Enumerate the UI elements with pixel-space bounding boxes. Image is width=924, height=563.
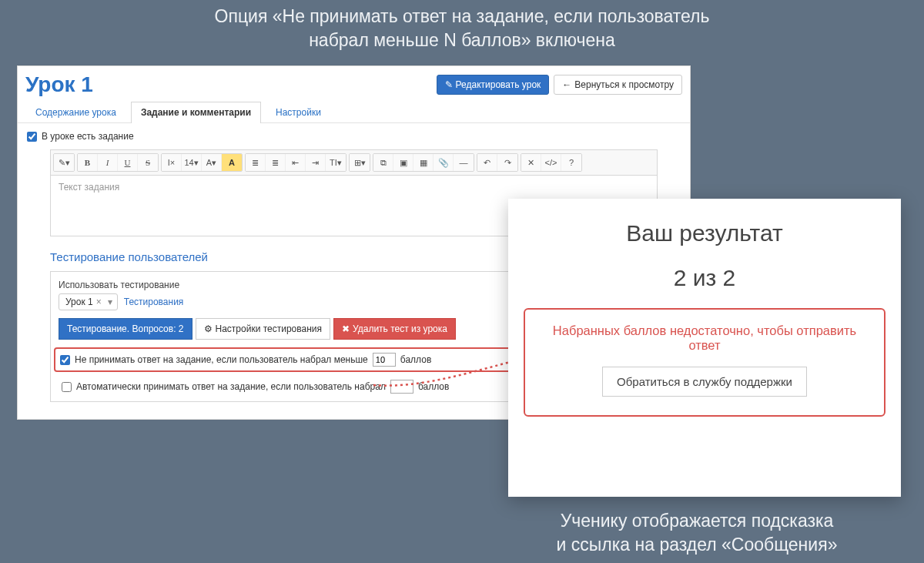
auto-accept-threshold-input[interactable] [390, 380, 413, 394]
result-score: 2 из 2 [674, 265, 736, 291]
lesson-title: Урок 1 [25, 72, 93, 97]
tb-ol-icon[interactable]: ≣ [266, 154, 286, 171]
tb-outdent-icon[interactable]: ⇤ [286, 154, 306, 171]
testing-settings-pill[interactable]: ⚙ Настройки тестирования [196, 318, 331, 340]
back-to-view-button[interactable]: ← Вернуться к просмотру [554, 75, 682, 95]
tb-fullscreen-icon[interactable]: ✕ [521, 154, 541, 171]
tb-ul-icon[interactable]: ≣ [246, 154, 266, 171]
edit-lesson-button[interactable]: ✎ Редактировать урок [437, 75, 550, 95]
has-task-label: В уроке есть задание [42, 131, 134, 142]
caption-top-line2: набрал меньше N баллов» включена [309, 30, 615, 50]
reject-option-checkbox[interactable] [60, 355, 70, 365]
tb-fontsize-icon[interactable]: 14▾ [182, 154, 202, 171]
caption-bottom-line1: Ученику отображается подсказка [561, 511, 834, 531]
tb-italic-icon[interactable]: I [98, 154, 118, 171]
auto-accept-label-pre: Автоматически принимать ответ на задание… [76, 381, 386, 392]
tb-help-icon[interactable]: ? [561, 154, 581, 171]
tb-format-icon[interactable]: ✎▾ [54, 154, 74, 171]
result-title: Ваш результат [626, 220, 783, 246]
trash-icon: ✖ [342, 323, 350, 334]
back-icon: ← [562, 79, 571, 90]
tab-settings[interactable]: Настройки [266, 102, 331, 122]
editor-toolbar: ✎▾ B I U S I× 14▾ A▾ A ≣ ≣ ⇤ ⇥ [51, 150, 657, 176]
caption-top: Опция «Не принимать ответ на задание, ес… [0, 5, 924, 52]
result-warning-box: Набранных баллов недостаточно, чтобы отп… [524, 308, 886, 417]
tb-attach-icon[interactable]: 📎 [434, 154, 454, 171]
tb-indent-icon[interactable]: ⇥ [306, 154, 326, 171]
tab-content[interactable]: Содержание урока [25, 102, 126, 122]
reject-option-label-post: баллов [400, 354, 431, 365]
tb-underline-icon[interactable]: U [118, 154, 138, 171]
delete-test-label: Удалить тест из урока [353, 323, 447, 334]
testing-token-remove-icon[interactable]: × [96, 297, 102, 307]
tb-link-icon[interactable]: ⧉ [373, 154, 393, 171]
edit-lesson-label: Редактировать урок [456, 79, 541, 90]
reject-option-label-pre: Не принимать ответ на задание, если поль… [75, 354, 368, 365]
reject-threshold-input[interactable] [373, 353, 396, 367]
edit-icon: ✎ [445, 79, 453, 90]
testing-settings-label: Настройки тестирования [216, 323, 323, 334]
caption-bottom-line2: и ссылка на раздел «Сообщения» [557, 535, 838, 555]
tab-task[interactable]: Задание и комментарии [131, 102, 261, 123]
tb-redo-icon[interactable]: ↷ [497, 154, 517, 171]
testing-token-label: Урок 1 [65, 297, 93, 307]
chevron-down-icon[interactable]: ▾ [108, 297, 112, 307]
panel-header: Урок 1 ✎ Редактировать урок ← Вернуться … [18, 66, 690, 97]
header-buttons: ✎ Редактировать урок ← Вернуться к просм… [437, 75, 682, 95]
contact-support-button[interactable]: Обратиться в службу поддержки [602, 367, 807, 397]
testing-link[interactable]: Тестирования [124, 297, 184, 307]
tabs: Содержание урока Задание и комментарии Н… [18, 97, 690, 123]
result-panel: Ваш результат 2 из 2 Набранных баллов не… [508, 199, 901, 497]
result-warning-text: Набранных баллов недостаточно, чтобы отп… [539, 323, 870, 353]
tb-video-icon[interactable]: ▦ [413, 154, 434, 171]
tb-hr-icon[interactable]: — [454, 154, 474, 171]
auto-accept-checkbox[interactable] [62, 382, 72, 392]
tb-code-icon[interactable]: </> [541, 154, 561, 171]
tb-strike-icon[interactable]: S [138, 154, 158, 171]
tb-clearformat-icon[interactable]: I× [162, 154, 182, 171]
caption-bottom: Ученику отображается подсказка и ссылка … [493, 509, 901, 557]
tb-fontcolor-icon[interactable]: A▾ [202, 154, 222, 171]
caption-top-line1: Опция «Не принимать ответ на задание, ес… [215, 6, 710, 26]
tb-highlight-icon[interactable]: A [222, 154, 242, 171]
delete-test-pill[interactable]: ✖ Удалить тест из урока [333, 318, 456, 340]
tb-image-icon[interactable]: ▣ [393, 154, 413, 171]
back-to-view-label: Вернуться к просмотру [574, 79, 674, 90]
testing-info-pill[interactable]: Тестирование. Вопросов: 2 [59, 318, 192, 340]
tb-undo-icon[interactable]: ↶ [477, 154, 497, 171]
has-task-checkbox[interactable] [27, 132, 37, 142]
auto-accept-label-post: баллов [418, 381, 449, 392]
testing-select[interactable]: Урок 1 × ▾ [59, 293, 118, 310]
tb-textstyle-icon[interactable]: TI▾ [326, 154, 346, 171]
has-task-row[interactable]: В уроке есть задание [27, 131, 681, 142]
gear-icon: ⚙ [204, 323, 213, 334]
tb-bold-icon[interactable]: B [78, 154, 98, 171]
tb-table-icon[interactable]: ⊞▾ [350, 154, 370, 171]
result-inner: Ваш результат 2 из 2 Набранных баллов не… [508, 199, 901, 497]
